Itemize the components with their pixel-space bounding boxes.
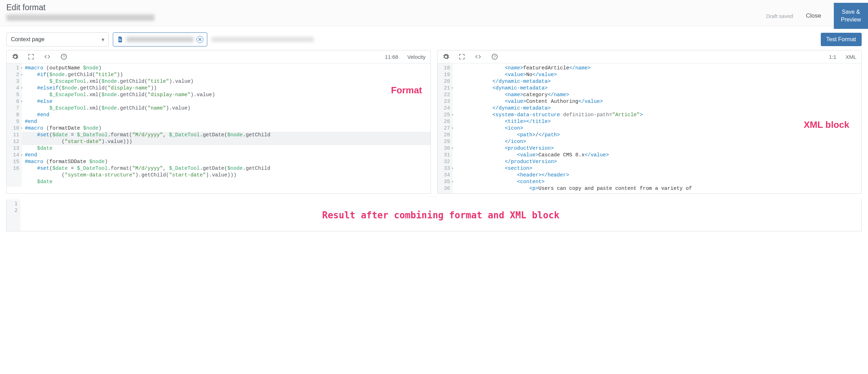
xml-toolbar: ? 1:1 XML <box>438 50 861 63</box>
format-panel: ? 11:68 Velocity 12345678910111213141516… <box>6 50 431 194</box>
close-button[interactable]: Close <box>800 3 827 29</box>
editor-panels: ? 11:68 Velocity 12345678910111213141516… <box>0 50 868 194</box>
context-select-wrap: ▾ <box>6 32 109 46</box>
format-gutter: 12345678910111213141516 <box>7 63 22 187</box>
xml-gutter: 18192021222324252627282930313233343536 <box>438 63 453 193</box>
result-editor[interactable]: 12 Result after combining format and XML… <box>7 199 861 231</box>
help-button[interactable]: ? <box>491 53 498 60</box>
gear-icon <box>12 53 19 60</box>
page-header: Edit format Draft saved Close Save & Pre… <box>0 0 868 26</box>
result-panel: 12 Result after combining format and XML… <box>6 199 862 231</box>
fullscreen-button[interactable] <box>28 54 34 60</box>
result-body[interactable]: Result after combining format and XML bl… <box>20 199 861 231</box>
format-toolbar: ? 11:68 Velocity <box>7 50 430 63</box>
svg-text:?: ? <box>494 55 496 59</box>
context-file-name <box>127 37 194 42</box>
language-label: Velocity <box>407 54 426 60</box>
header-actions: Draft saved Close Save & Preview <box>766 3 868 29</box>
xml-panel: ? 1:1 XML 181920212223242526272829303132… <box>437 50 862 194</box>
save-preview-button[interactable]: Save & Preview <box>834 3 868 29</box>
annotation-result: Result after combining format and XML bl… <box>322 212 560 219</box>
xml-code[interactable]: <name>featuredArticle</name> <value>No</… <box>453 63 861 193</box>
cursor-position: 1:1 <box>829 54 836 60</box>
fullscreen-icon <box>459 54 465 60</box>
result-gutter: 12 <box>7 199 20 231</box>
format-editor[interactable]: 12345678910111213141516 #macro (outputNa… <box>7 63 430 187</box>
svg-text:?: ? <box>63 55 65 59</box>
page-title: Edit format <box>6 3 154 12</box>
controls-row: ▾ Test Format <box>0 26 868 50</box>
code-icon <box>474 54 482 60</box>
settings-button[interactable] <box>12 53 19 60</box>
code-icon <box>43 54 51 60</box>
help-button[interactable]: ? <box>60 53 67 60</box>
gear-icon <box>442 53 450 60</box>
cursor-position: 11:68 <box>385 54 398 60</box>
context-description <box>212 37 314 42</box>
close-icon <box>198 38 202 41</box>
fullscreen-icon <box>28 54 34 60</box>
help-icon: ? <box>491 53 498 60</box>
clear-context-button[interactable] <box>196 36 203 43</box>
fullscreen-button[interactable] <box>459 54 465 60</box>
horizontal-drag-handle[interactable]: :::: <box>0 194 868 199</box>
breadcrumb-path <box>6 14 154 21</box>
xml-editor[interactable]: 18192021222324252627282930313233343536 <… <box>438 63 861 193</box>
code-toggle-button[interactable] <box>474 54 482 60</box>
help-icon: ? <box>60 53 67 60</box>
context-file-chip[interactable] <box>113 32 207 46</box>
settings-button[interactable] <box>442 53 450 60</box>
test-format-button[interactable]: Test Format <box>821 33 862 46</box>
context-select[interactable] <box>6 32 109 46</box>
language-label: XML <box>845 54 856 60</box>
code-toggle-button[interactable] <box>43 54 51 60</box>
draft-saved-label: Draft saved <box>766 13 793 19</box>
file-icon <box>117 36 124 43</box>
header-left: Edit format <box>6 3 154 21</box>
format-code[interactable]: #macro (outputName $node) #if($node.getC… <box>22 63 430 187</box>
